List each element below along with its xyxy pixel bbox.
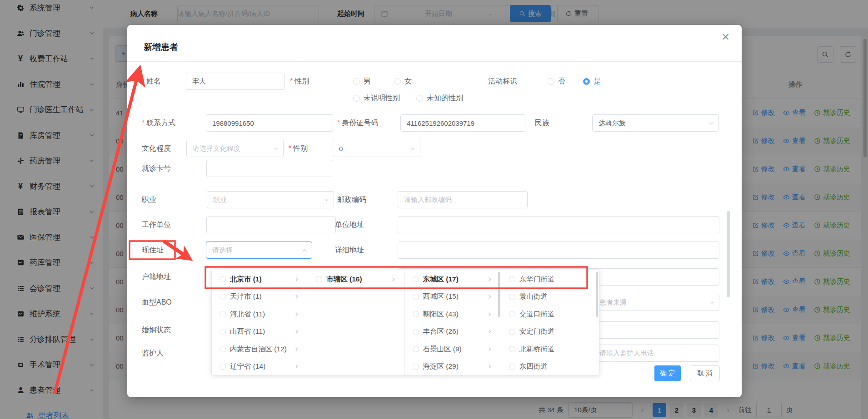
- modal-scrollbar-thumb[interactable]: [727, 211, 730, 297]
- scrollbar-thumb[interactable]: [596, 272, 598, 317]
- card-number-input[interactable]: [206, 160, 332, 177]
- cascader-option-label: 丰台区 (26): [423, 327, 487, 336]
- cascader-option-label: 东华门街道: [519, 275, 591, 284]
- chevron-right-icon: [294, 329, 299, 335]
- blood-type-label: 血型ABO: [142, 294, 172, 311]
- gender-unknown-radio[interactable]: 未知的性别: [416, 89, 463, 107]
- cancel-button[interactable]: 取 消: [690, 365, 720, 381]
- cascader-option[interactable]: 东城区 (17): [405, 271, 501, 288]
- cascader-panel: 北京市 (1) 天津市 (1) 河北省 (11) 山西省 (11) 内蒙古自治区…: [211, 270, 599, 375]
- unit-address-input[interactable]: [398, 216, 719, 233]
- cascader-column-1: 北京市 (1) 天津市 (1) 河北省 (11) 山西省 (11) 内蒙古自治区…: [212, 270, 308, 375]
- cascader-option[interactable]: 北京市 (1): [212, 271, 308, 288]
- chevron-right-icon: [487, 311, 493, 317]
- chevron-right-icon: [294, 364, 299, 370]
- cascader-option-label: 景山街道: [519, 292, 591, 301]
- chevron-right-icon: [294, 294, 299, 300]
- radio-icon: [219, 294, 226, 300]
- gender-unstated-radio[interactable]: 未说明性别: [353, 89, 400, 107]
- id-number-input[interactable]: 411625192602039719: [400, 114, 525, 132]
- close-icon[interactable]: ✕: [722, 32, 730, 42]
- radio-icon: [413, 346, 419, 352]
- cascader-option[interactable]: 安定门街道: [501, 323, 599, 341]
- radio-icon: [548, 78, 554, 85]
- cascader-option-label: 安定门街道: [519, 327, 591, 336]
- radio-icon: [413, 329, 419, 335]
- active-yes-radio[interactable]: 是: [583, 73, 601, 90]
- contact-label: *联系方式: [142, 114, 175, 132]
- radio-icon: [219, 346, 226, 352]
- radio-icon: [394, 78, 401, 85]
- cascader-option[interactable]: 东四街道: [501, 358, 599, 376]
- radio-icon: [413, 311, 419, 317]
- radio-icon: [219, 329, 226, 335]
- gender-female-radio[interactable]: 女: [394, 73, 412, 90]
- nation-select[interactable]: 达斡尔族: [592, 114, 719, 132]
- nation-label: 民族: [535, 114, 549, 132]
- confirm-button[interactable]: 确 定: [654, 365, 681, 381]
- active-no-radio[interactable]: 否: [548, 73, 565, 90]
- radio-icon: [219, 364, 226, 370]
- occupation-select[interactable]: 职业: [207, 191, 334, 208]
- workunit-input[interactable]: [206, 216, 336, 233]
- guardian-phone-input[interactable]: 请输入监护人电话: [593, 345, 719, 362]
- cascader-option[interactable]: 河北省 (11): [212, 306, 308, 323]
- chevron-right-icon: [487, 276, 493, 282]
- chevron-right-icon: [294, 276, 299, 282]
- cascader-option[interactable]: 石景山区 (9): [405, 340, 501, 358]
- cascader-option[interactable]: 西城区 (15): [405, 288, 501, 306]
- education-select[interactable]: 请选择文化程度: [186, 140, 284, 157]
- cascader-option[interactable]: 内蒙古自治区 (12): [212, 340, 308, 358]
- cascader-option[interactable]: 北新桥街道: [501, 340, 599, 358]
- radio-icon: [416, 95, 423, 102]
- cascader-option-label: 交道口街道: [519, 310, 591, 319]
- cascader-option-label: 河北省 (11): [230, 310, 294, 319]
- cascader-option[interactable]: 朝阳区 (43): [405, 306, 501, 323]
- chevron-down-icon: [709, 300, 715, 306]
- cascader-option[interactable]: 东华门街道: [501, 271, 599, 288]
- cascader-option[interactable]: 山西省 (11): [212, 323, 308, 341]
- chevron-right-icon: [487, 329, 493, 335]
- current-address-cascader[interactable]: 请选择: [206, 242, 312, 259]
- id-number-label: *身份证号码: [337, 114, 378, 132]
- radio-icon: [509, 346, 515, 352]
- chevron-down-icon: [708, 120, 714, 126]
- cascader-option[interactable]: 市辖区 (16): [308, 271, 404, 288]
- radio-icon: [413, 364, 419, 370]
- workunit-label: 工作单位: [142, 216, 171, 233]
- current-address-label: 现住址: [142, 242, 164, 259]
- cascader-option-label: 天津市 (1): [230, 292, 294, 301]
- patient-source-select[interactable]: 患者来源: [593, 294, 719, 311]
- radio-icon: [353, 95, 360, 102]
- cascader-option-label: 北京市 (1): [230, 275, 294, 284]
- radio-icon: [353, 78, 360, 85]
- radio-icon: [509, 294, 515, 300]
- gender2-select[interactable]: 0: [333, 140, 420, 157]
- occupation-label: 职业: [142, 191, 156, 208]
- guardian-label: 监护人: [142, 345, 164, 362]
- chevron-right-icon: [294, 311, 299, 317]
- modal-title: 新增患者: [144, 41, 178, 53]
- cascader-option-label: 山西省 (11): [230, 327, 294, 336]
- postal-input[interactable]: 请输入邮政编码: [398, 191, 528, 208]
- cascader-option-label: 内蒙古自治区 (12): [230, 345, 294, 354]
- gender-male-radio[interactable]: 男: [353, 73, 371, 90]
- cascader-option[interactable]: 景山街道: [501, 288, 599, 306]
- cascader-option[interactable]: 丰台区 (26): [405, 323, 501, 341]
- cascader-option[interactable]: 海淀区 (29): [405, 358, 501, 376]
- radio-checked-icon: [583, 78, 590, 85]
- chevron-down-icon: [273, 146, 279, 152]
- name-label: *姓名: [142, 73, 161, 90]
- detail-address-input[interactable]: [398, 242, 719, 259]
- cascader-option[interactable]: 天津市 (1): [212, 288, 308, 306]
- scrollbar-thumb[interactable]: [498, 272, 500, 317]
- radio-icon: [509, 364, 515, 370]
- name-input[interactable]: 牢大: [186, 73, 285, 90]
- cascader-option[interactable]: 交道口街道: [501, 306, 599, 323]
- gender-label: *性别: [290, 73, 309, 90]
- cascader-option[interactable]: 辽宁省 (14): [212, 358, 308, 376]
- contact-input[interactable]: 19880991650: [206, 114, 333, 132]
- education-label: 文化程度: [142, 140, 171, 157]
- chevron-up-icon: [302, 247, 308, 253]
- cascader-column-2: 市辖区 (16): [308, 270, 404, 375]
